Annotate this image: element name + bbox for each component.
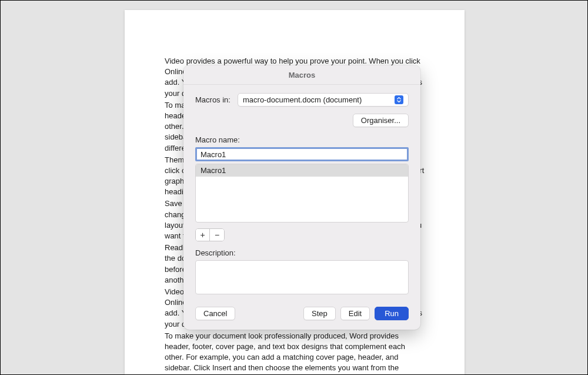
edit-button[interactable]: Edit <box>340 307 370 320</box>
doc-paragraph: To make your document look professionall… <box>165 331 425 375</box>
macros-in-row: Macros in: macro-document.docm (document… <box>195 93 409 107</box>
description-label: Description: <box>195 248 409 257</box>
add-remove-group: + − <box>195 228 225 241</box>
macro-name-input[interactable] <box>195 147 409 161</box>
macros-in-value: macro-document.docm (document) <box>243 95 362 104</box>
macro-listbox[interactable]: Macro1 <box>195 164 409 223</box>
macros-dialog: Macros Macros in: macro-document.docm (d… <box>183 65 420 330</box>
cancel-button[interactable]: Cancel <box>195 307 235 320</box>
remove-macro-button[interactable]: − <box>210 229 224 241</box>
organiser-row: Organiser... <box>195 114 409 127</box>
macros-in-select[interactable]: macro-document.docm (document) <box>238 93 409 107</box>
description-textarea[interactable] <box>195 260 409 294</box>
run-button[interactable]: Run <box>375 307 409 320</box>
updown-caret-icon <box>395 95 403 104</box>
dialog-body: Macros in: macro-document.docm (document… <box>183 85 420 330</box>
dialog-footer: Cancel Step Edit Run <box>195 307 409 320</box>
add-macro-button[interactable]: + <box>196 229 210 241</box>
organiser-button[interactable]: Organiser... <box>353 114 409 127</box>
list-item[interactable]: Macro1 <box>196 164 408 177</box>
dialog-title: Macros <box>183 65 420 85</box>
macros-in-label: Macros in: <box>195 95 238 104</box>
footer-right-group: Step Edit Run <box>303 307 409 320</box>
step-button[interactable]: Step <box>303 307 336 320</box>
macro-name-label: Macro name: <box>195 135 409 144</box>
